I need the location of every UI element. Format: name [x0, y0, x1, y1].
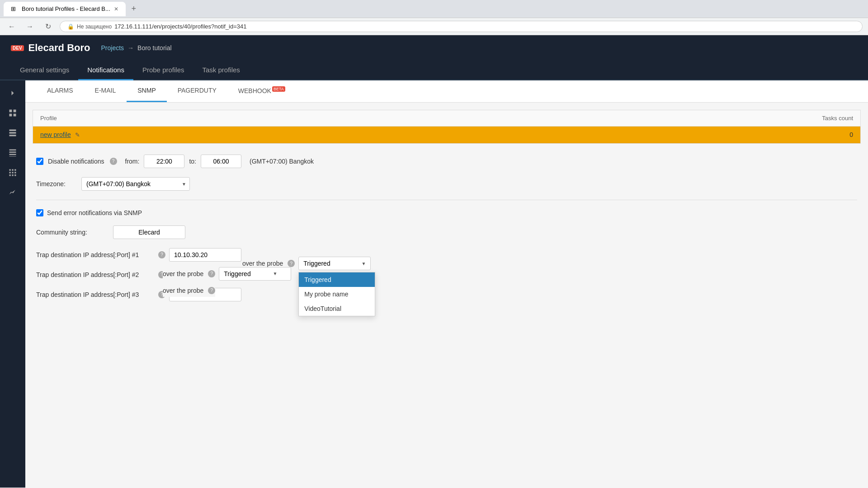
nav-probe-profiles[interactable]: Probe profiles [133, 61, 193, 80]
timezone-select-wrapper: (GMT+07:00) Bangkok [81, 177, 190, 191]
trap-dest-1-help-icon[interactable]: ? [158, 251, 165, 258]
tab-alarms[interactable]: ALARMS [36, 80, 84, 102]
over-probe-help-icon-1[interactable]: ? [288, 260, 295, 267]
dropdown-option-video-tutorial[interactable]: VideoTutorial [299, 301, 375, 316]
url-text: 172.16.11.111/en/projects/40/profiles?no… [114, 23, 246, 30]
tab-email[interactable]: E-MAIL [84, 80, 127, 102]
trap-dest-1-input[interactable] [169, 248, 241, 262]
dropdown-option-probe-name[interactable]: My probe name [299, 287, 375, 301]
tab-title: Boro tutorial Profiles - Elecard B... [22, 5, 110, 12]
svg-rect-19 [14, 174, 16, 176]
svg-rect-2 [9, 114, 12, 117]
disable-notifications-help-icon[interactable]: ? [110, 158, 117, 165]
dropdown-option-triggered[interactable]: Triggered [299, 272, 375, 287]
svg-rect-16 [14, 172, 16, 173]
send-error-snmp-row: Send error notifications via SNMP [36, 209, 857, 216]
svg-rect-9 [9, 154, 16, 155]
over-probe-label-3: over the probe [163, 287, 203, 294]
svg-rect-10 [9, 156, 16, 157]
profile-name-link[interactable]: new profile [40, 131, 71, 138]
trap-dest-1-row: Trap destination IP address[:Port] #1 ? [36, 248, 857, 262]
tab-webhook[interactable]: WEBHOOKBETA [227, 80, 296, 102]
over-probe-label-1: over the probe [242, 260, 283, 267]
nav-task-profiles[interactable]: Task profiles [193, 61, 249, 80]
disable-notifications-label: Disable notifications [48, 158, 104, 165]
probe-dropdown-menu: Triggered My probe name VideoTutorial [298, 272, 375, 316]
svg-rect-13 [14, 169, 16, 171]
dropdown-overlay: over the probe ? Triggered ▼ Triggered M… [242, 257, 371, 288]
timezone-row: Timezone: (GMT+07:00) Bangkok [36, 177, 857, 191]
sidebar-item-table-grid[interactable] [4, 164, 22, 182]
lock-icon: 🔒 [67, 23, 74, 30]
col-profile-header: Profile [33, 110, 770, 126]
sidebar-item-table-lines[interactable] [4, 144, 22, 162]
sidebar-item-chart[interactable] [4, 183, 22, 202]
sidebar [0, 80, 25, 488]
to-label: to: [189, 158, 196, 165]
trap-dest-2-label: Trap destination IP address[:Port] #2 [36, 271, 154, 278]
app-header: DEV Elecard Boro Projects → Boro tutoria… [0, 35, 868, 61]
nav-notifications[interactable]: Notifications [78, 61, 133, 80]
timezone-label: Timezone: [36, 180, 77, 188]
probe-dropdown-container-3: over the probe ? [163, 284, 215, 297]
probe-row-1-overlay: over the probe ? Triggered ▼ Triggered M… [242, 257, 371, 270]
send-error-snmp-checkbox[interactable] [36, 209, 43, 216]
tab-favicon: ⊞ [11, 5, 18, 13]
forward-button[interactable]: → [24, 20, 36, 33]
community-string-row: Community string: [36, 225, 857, 239]
probe-select-1-arrow: ▼ [361, 261, 366, 266]
tab-close-button[interactable]: ✕ [114, 6, 118, 12]
from-time-input[interactable] [144, 155, 184, 168]
logo-text: Elecard Boro [28, 42, 90, 54]
over-probe-help-icon-2[interactable]: ? [208, 270, 215, 277]
svg-rect-12 [12, 169, 13, 171]
probe-select-1-wrapper: Triggered ▼ Triggered My probe name Vide… [298, 257, 371, 270]
address-bar: ← → ↻ 🔒 Не защищено 172.16.11.111/en/pro… [0, 18, 868, 35]
sidebar-item-list[interactable] [4, 124, 22, 142]
nav-general-settings[interactable]: General settings [11, 61, 78, 80]
profile-cell: new profile ✎ [33, 127, 770, 143]
trap-dest-3-label: Trap destination IP address[:Port] #3 [36, 291, 154, 298]
svg-rect-3 [14, 114, 16, 117]
over-probe-help-icon-3[interactable]: ? [208, 287, 215, 294]
timezone-select[interactable]: (GMT+07:00) Bangkok [81, 177, 190, 191]
timezone-display-text: (GMT+07:00) Bangkok [250, 158, 314, 165]
sidebar-item-expand[interactable] [4, 84, 22, 102]
svg-rect-15 [12, 172, 13, 173]
app-logo: DEV Elecard Boro [11, 42, 90, 54]
sidebar-item-dashboard[interactable] [4, 104, 22, 122]
not-secure-label: Не защищено [77, 23, 112, 30]
svg-rect-6 [9, 135, 16, 136]
svg-rect-0 [9, 110, 12, 113]
beta-badge: BETA [272, 86, 285, 92]
profile-table: Profile Tasks count new profile ✎ 0 [33, 110, 861, 144]
main-layout: ALARMS E-MAIL SNMP PAGERDUTY WEBHOOKBETA… [0, 80, 868, 488]
community-string-input[interactable] [113, 225, 185, 239]
send-error-snmp-label: Send error notifications via SNMP [47, 209, 142, 216]
new-tab-button[interactable]: + [127, 3, 140, 15]
tab-snmp[interactable]: SNMP [127, 80, 166, 102]
main-content: ALARMS E-MAIL SNMP PAGERDUTY WEBHOOKBETA… [25, 80, 868, 488]
disable-notifications-checkbox[interactable] [36, 158, 43, 165]
table-row[interactable]: new profile ✎ 0 [33, 127, 860, 143]
tasks-count-cell: 0 [770, 127, 860, 143]
disable-notifications-row: Disable notifications ? from: to: (GMT+0… [36, 155, 857, 168]
back-button[interactable]: ← [5, 20, 18, 33]
edit-icon[interactable]: ✎ [75, 131, 80, 138]
to-time-input[interactable] [201, 155, 241, 168]
trap-dest-3-row: Trap destination IP address[:Port] #3 ? … [36, 288, 857, 301]
over-probe-label-2: over the probe [163, 270, 203, 277]
browser-tab[interactable]: ⊞ Boro tutorial Profiles - Elecard B... … [4, 2, 126, 16]
breadcrumb-projects[interactable]: Projects [101, 44, 124, 52]
trap-dest-2-row: Trap destination IP address[:Port] #2 ? … [36, 268, 857, 282]
refresh-button[interactable]: ↻ [42, 20, 54, 33]
community-string-label: Community string: [36, 229, 108, 236]
table-header: Profile Tasks count [33, 110, 860, 127]
probe-select-1-trigger[interactable]: Triggered ▼ [298, 257, 371, 270]
svg-rect-4 [9, 130, 16, 131]
svg-rect-5 [9, 132, 16, 133]
svg-rect-17 [9, 174, 11, 176]
svg-rect-18 [12, 174, 13, 176]
tab-pagerduty[interactable]: PAGERDUTY [167, 80, 227, 102]
url-bar[interactable]: 🔒 Не защищено 172.16.11.111/en/projects/… [60, 21, 863, 32]
